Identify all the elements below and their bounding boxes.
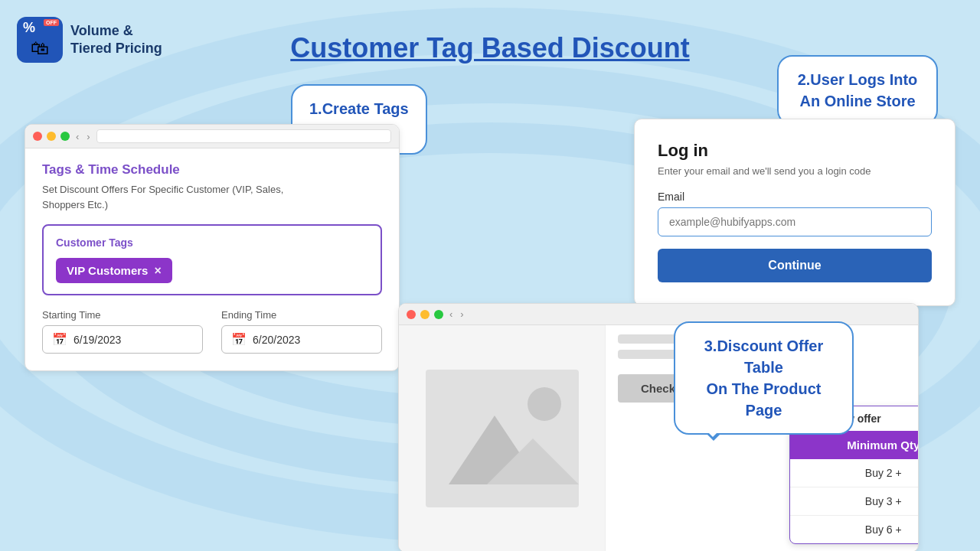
continue-button[interactable]: Continue [658, 249, 932, 282]
nav-forward-btn-3[interactable]: › [459, 308, 465, 320]
panel1-titlebar: ‹ › [25, 125, 399, 148]
table-row: Buy 2 +$10 Off [790, 459, 919, 487]
nav-back-btn[interactable]: ‹ [74, 131, 80, 142]
starting-time-field: Starting Time 📅 6/19/2023 [42, 309, 203, 354]
bubble-step-2: 2.User Logs Into An Online Store [777, 55, 938, 126]
table-row: Buy 3 +$15 Off [790, 487, 919, 516]
ending-time-input[interactable]: 📅 6/20/2023 [221, 325, 382, 354]
traffic-light-red [33, 132, 42, 141]
product-image-area [399, 325, 606, 551]
offer-table: Minimum Qty Discount Buy 2 +$10 OffBuy 3… [790, 431, 919, 543]
calendar-icon-end: 📅 [231, 332, 247, 347]
starting-time-value: 6/19/2023 [74, 334, 121, 346]
main-title: Customer Tag Based Discount [290, 32, 689, 64]
login-description: Enter your email and we'll send you a lo… [658, 165, 932, 177]
starting-time-label: Starting Time [42, 309, 203, 321]
vip-customers-tag[interactable]: VIP Customers × [56, 258, 172, 283]
tag-remove-btn[interactable]: × [154, 265, 161, 277]
table-row: Buy 6 +$30 Off [790, 516, 919, 544]
logo-text: Volume & Tiered Pricing [70, 22, 162, 58]
qty-cell: Buy 2 + [790, 459, 919, 487]
qty-cell: Buy 6 + [790, 516, 919, 544]
login-panel: Log in Enter your email and we'll send y… [634, 119, 956, 306]
qty-cell: Buy 3 + [790, 487, 919, 516]
app-logo-icon: % OFF 🛍 [17, 17, 63, 63]
nav-forward-btn[interactable]: › [85, 131, 91, 142]
email-input[interactable] [658, 207, 932, 236]
url-bar [96, 129, 391, 143]
product-image-placeholder [426, 370, 579, 507]
starting-time-input[interactable]: 📅 6/19/2023 [42, 325, 203, 354]
tag-label: VIP Customers [67, 264, 148, 277]
logo-area: % OFF 🛍 Volume & Tiered Pricing [17, 17, 162, 63]
ending-time-field: Ending Time 📅 6/20/2023 [221, 309, 382, 354]
panel1-title: Tags & Time Schedule [42, 162, 382, 178]
col-min-qty-header: Minimum Qty [790, 431, 919, 459]
svg-point-7 [528, 387, 561, 421]
time-row: Starting Time 📅 6/19/2023 Ending Time 📅 … [42, 309, 382, 354]
panel1-description: Set Discount Offers For Specific Custome… [42, 182, 382, 212]
ending-time-label: Ending Time [221, 309, 382, 321]
tags-schedule-panel: ‹ › Tags & Time Schedule Set Discount Of… [24, 124, 400, 371]
traffic-light-green-3 [434, 310, 443, 319]
customer-tags-box: Customer Tags VIP Customers × [42, 224, 382, 295]
email-label: Email [658, 191, 932, 203]
ending-time-value: 6/20/2023 [253, 334, 300, 346]
bubble-step-3: 3.Discount Offer Table On The Product Pa… [674, 321, 854, 435]
nav-back-btn-3[interactable]: ‹ [448, 308, 454, 320]
traffic-light-red-3 [407, 310, 416, 319]
traffic-light-yellow-3 [420, 310, 430, 319]
traffic-light-yellow [47, 132, 56, 141]
traffic-light-green [60, 132, 70, 141]
login-title: Log in [658, 141, 932, 161]
calendar-icon-start: 📅 [52, 332, 67, 347]
customer-tags-label: Customer Tags [56, 236, 368, 249]
